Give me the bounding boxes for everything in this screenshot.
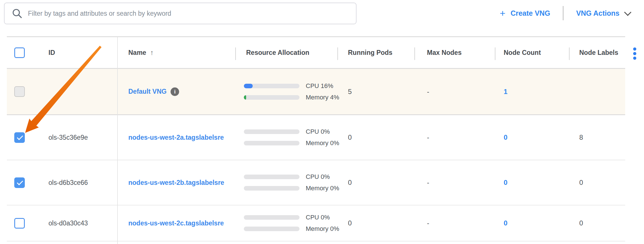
- max-nodes-value: -: [427, 179, 429, 187]
- table-row: ols-35c36e9e nodes-us-west-2a.tagslabels…: [7, 115, 625, 160]
- memory-bar: [244, 186, 299, 191]
- kebab-dot: [633, 47, 636, 51]
- running-pods-value: 5: [348, 88, 352, 96]
- search-icon: [11, 8, 23, 19]
- sort-ascending-icon[interactable]: ↑: [150, 49, 154, 57]
- filter-search-box[interactable]: [4, 3, 357, 24]
- max-nodes-value: -: [427, 133, 429, 141]
- header-name[interactable]: Name: [128, 49, 146, 57]
- memory-bar: [244, 227, 299, 231]
- header-divider: [569, 47, 570, 60]
- cpu-label: CPU 0%: [306, 173, 330, 181]
- node-labels-value: 8: [579, 133, 583, 141]
- header-resource-allocation: Resource Allocation: [246, 49, 309, 57]
- chevron-down-icon: [624, 9, 631, 16]
- create-vng-button[interactable]: + Create VNG: [500, 8, 550, 18]
- info-icon[interactable]: i: [171, 87, 179, 96]
- toolbar-actions: + Create VNG VNG Actions: [500, 0, 630, 26]
- header-divider: [414, 47, 415, 60]
- plus-icon: +: [500, 8, 505, 18]
- toolbar-divider: [563, 6, 564, 20]
- table-options-kebab-menu[interactable]: [633, 47, 636, 60]
- kebab-dot: [633, 57, 636, 60]
- vng-table: ID Name ↑ Resource Allocation Running Po…: [7, 36, 625, 244]
- vng-actions-label: VNG Actions: [576, 9, 619, 17]
- node-count-link[interactable]: 0: [504, 133, 507, 141]
- vng-id: ols-35c36e9e: [48, 134, 88, 141]
- node-count-link[interactable]: 0: [504, 179, 507, 187]
- vng-name-link[interactable]: nodes-us-west-2a.tagslabelsre: [128, 134, 224, 141]
- row-checkbox[interactable]: [14, 132, 25, 143]
- header-max-nodes: Max Nodes: [427, 49, 461, 57]
- cpu-label: CPU 0%: [306, 214, 330, 221]
- memory-label: Memory 0%: [306, 225, 339, 233]
- node-labels-value: 0: [579, 179, 583, 187]
- resource-allocation-cell: CPU 0% Memory 0%: [235, 160, 337, 205]
- cpu-label: CPU 0%: [306, 128, 330, 135]
- header-id: ID: [48, 49, 55, 57]
- select-all-checkbox[interactable]: [14, 47, 25, 58]
- cpu-label: CPU 16%: [306, 82, 333, 90]
- vng-list-page: + Create VNG VNG Actions ID Name ↑ Resou…: [0, 0, 644, 244]
- vng-name-link[interactable]: Default VNG: [128, 88, 167, 95]
- create-vng-label: Create VNG: [511, 9, 550, 17]
- row-checkbox: [14, 86, 25, 97]
- table-row: ols-d0a30c43 nodes-us-west-2c.tagslabels…: [7, 205, 625, 241]
- max-nodes-value: -: [427, 219, 429, 227]
- cpu-bar: [244, 84, 299, 88]
- header-divider: [235, 47, 236, 60]
- header-divider: [495, 47, 495, 60]
- table-header-row: ID Name ↑ Resource Allocation Running Po…: [7, 37, 625, 69]
- resource-allocation-cell: CPU 0% Memory 0%: [235, 115, 337, 160]
- kebab-dot: [633, 52, 636, 55]
- vng-name-link[interactable]: nodes-us-west-2b.tagslabelsre: [128, 179, 224, 187]
- node-count-link[interactable]: 1: [504, 88, 507, 96]
- header-node-count: Node Count: [504, 49, 541, 57]
- running-pods-value: 0: [348, 179, 352, 187]
- cpu-bar: [244, 215, 299, 220]
- memory-label: Memory 0%: [306, 185, 339, 192]
- header-divider: [337, 47, 338, 60]
- resource-allocation-cell: CPU 16% Memory 4%: [235, 69, 337, 114]
- running-pods-value: 0: [348, 133, 352, 141]
- header-running-pods: Running Pods: [348, 49, 392, 57]
- vng-name-link[interactable]: nodes-us-west-2c.tagslabelsre: [128, 219, 224, 227]
- vng-id: ols-d0a30c43: [48, 219, 88, 227]
- memory-bar: [244, 95, 299, 100]
- row-checkbox[interactable]: [14, 218, 25, 229]
- memory-label: Memory 0%: [306, 139, 339, 147]
- vng-id: ols-d6b3ce66: [48, 179, 88, 187]
- node-count-link[interactable]: 0: [504, 219, 507, 227]
- node-labels-value: 0: [579, 219, 583, 227]
- memory-label: Memory 4%: [306, 94, 339, 101]
- vng-actions-button[interactable]: VNG Actions: [576, 9, 630, 17]
- cpu-bar: [244, 129, 299, 134]
- memory-bar: [244, 141, 299, 145]
- column-divider: [117, 37, 118, 244]
- cpu-bar: [244, 175, 299, 179]
- row-checkbox[interactable]: [14, 177, 25, 188]
- header-node-labels: Node Labels: [579, 49, 618, 57]
- table-row: ols-d6b3ce66 nodes-us-west-2b.tagslabels…: [7, 160, 625, 205]
- max-nodes-value: -: [427, 88, 429, 96]
- resource-allocation-cell: CPU 0% Memory 0%: [235, 205, 337, 241]
- search-input[interactable]: [27, 9, 356, 18]
- running-pods-value: 0: [348, 219, 352, 227]
- table-row: Default VNG i CPU 16% Memory 4% 5 - 1: [7, 69, 625, 115]
